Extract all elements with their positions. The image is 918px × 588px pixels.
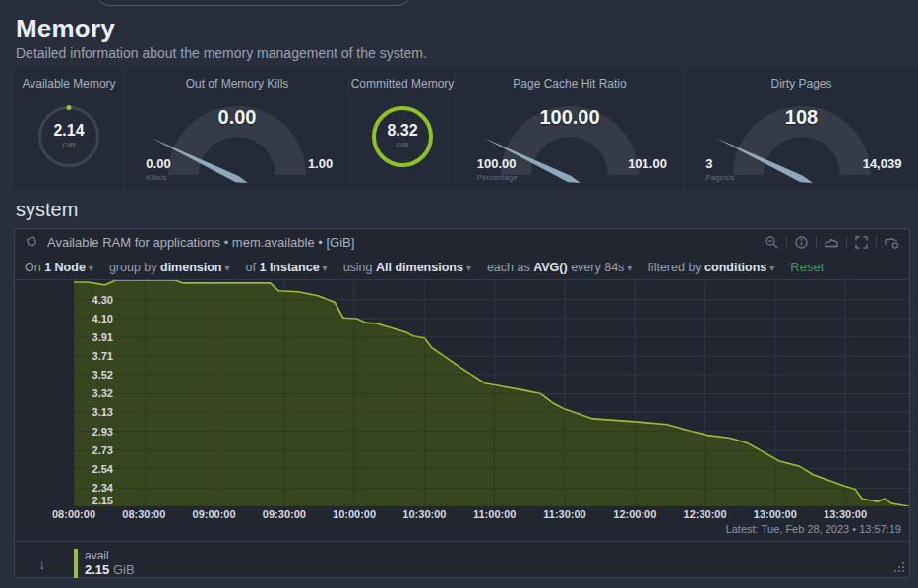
divider <box>786 236 787 248</box>
gauge-value: 100.00 <box>457 106 683 129</box>
gauge-card-page-cache-hit-ratio: Page Cache Hit Ratio 100.00 100.00 101.0… <box>457 69 683 189</box>
legend-item-avail[interactable]: avail 2.15 GiB <box>74 549 135 578</box>
gauge-value: 0.00 <box>126 106 348 129</box>
dimension-value: 2.15 GiB <box>85 562 135 577</box>
sort-dimensions-icon[interactable]: ↓ <box>38 556 52 572</box>
chart-plot-area[interactable]: 4.304.103.913.713.523.323.132.932.732.54… <box>74 280 909 506</box>
gauge-max: 14,039 <box>863 156 902 171</box>
gauge-title: Page Cache Hit Ratio <box>457 69 683 90</box>
x-axis-labels: 08:00:0008:30:0009:00:0009:30:0010:00:00… <box>74 506 909 523</box>
ring-value-dot-icon <box>67 105 72 110</box>
y-axis-tick: 2.93 <box>68 426 113 438</box>
chart-title: Available RAM for applications • mem.ava… <box>47 235 354 250</box>
gauge-unit: GiB <box>41 141 96 149</box>
needle-gauge[interactable]: 100.00 100.00 101.00 Percentage <box>457 90 683 185</box>
x-axis-tick: 13:00:00 <box>754 508 797 520</box>
gauge-unit: Kills/s <box>146 173 166 182</box>
chart-pin-icon <box>25 235 39 249</box>
chart-overlay-icon[interactable] <box>884 235 899 250</box>
x-axis-tick: 09:00:00 <box>193 508 236 520</box>
divider <box>876 236 877 248</box>
gauge-unit: Percentage <box>477 173 518 182</box>
resize-grip[interactable] <box>892 560 906 574</box>
y-axis-tick: 3.52 <box>68 369 113 381</box>
gauge-value: 108 <box>685 106 918 129</box>
chart-header: Available RAM for applications • mem.ava… <box>15 229 909 255</box>
aggregation-dropdown[interactable]: each as AVG() every 84s▾ <box>487 261 632 274</box>
chart-card: Available RAM for applications • mem.ava… <box>14 228 910 578</box>
gauge-title: Committed Memory <box>350 69 455 90</box>
y-axis-tick: 2.15 <box>68 495 113 506</box>
x-axis-tick: 12:00:00 <box>613 508 656 520</box>
info-icon[interactable] <box>794 235 809 250</box>
gauge-title: Out of Memory Kills <box>126 69 348 90</box>
page-title: Memory <box>16 14 115 44</box>
y-axis-tick: 2.73 <box>68 444 113 456</box>
gauge-unit: Pages/s <box>705 173 734 182</box>
needle-gauge[interactable]: 108 3 14,039 Pages/s <box>685 90 918 185</box>
chart-legend: ↓ avail 2.15 GiB <box>15 542 909 578</box>
filter-dropdown[interactable]: filtered by conditions▾ <box>647 261 774 274</box>
divider <box>816 236 817 248</box>
x-axis-tick: 13:30:00 <box>824 508 867 520</box>
search-input[interactable] <box>93 0 413 6</box>
y-axis-tick: 4.30 <box>68 294 113 306</box>
group-by-dropdown[interactable]: group by dimension▾ <box>109 261 230 274</box>
area-chart[interactable] <box>74 280 909 506</box>
x-axis-tick: 12:30:00 <box>684 508 727 520</box>
dimension-color-swatch <box>74 549 78 578</box>
x-axis-tick: 09:30:00 <box>263 508 306 520</box>
ring-gauge[interactable]: 2.14 GiB <box>38 106 99 167</box>
chart-type-icon[interactable] <box>824 235 839 250</box>
ring-gauge[interactable]: 8.32 GiB <box>372 106 433 167</box>
gauge-min: 3 <box>705 156 712 171</box>
chart-header-icons <box>765 235 899 250</box>
x-axis-tick: 10:00:00 <box>333 508 376 520</box>
instances-dropdown[interactable]: of 1 Instance▾ <box>246 261 328 274</box>
reset-button[interactable]: Reset <box>790 260 824 274</box>
gauge-title: Dirty Pages <box>685 69 918 90</box>
gauges-row: Available Memory 2.14 GiB Out of Memory … <box>14 69 918 189</box>
y-axis-tick: 3.32 <box>68 387 113 399</box>
chevron-down-icon: ▾ <box>627 263 632 273</box>
gauge-value: 8.32 <box>376 122 429 140</box>
chevron-down-icon: ▾ <box>466 263 471 273</box>
gauge-title: Available Memory <box>14 69 124 90</box>
x-axis-tick: 08:00:00 <box>52 508 95 520</box>
y-axis-tick: 2.34 <box>68 482 113 494</box>
latest-timestamp: Latest: Tue, Feb 28, 2023 • 13:57:19 <box>15 523 909 538</box>
y-axis-tick: 3.71 <box>68 350 113 362</box>
gauge-min: 0.00 <box>146 156 170 171</box>
page-subtitle: Detailed information about the memory ma… <box>16 45 427 61</box>
gauge-card-available-memory: Available Memory 2.14 GiB <box>14 69 124 189</box>
x-axis-tick: 11:00:00 <box>473 508 516 520</box>
gauge-card-oom-kills: Out of Memory Kills 0.00 0.00 1.00 Kills… <box>126 69 348 189</box>
needle-gauge[interactable]: 0.00 0.00 1.00 Kills/s <box>126 90 348 185</box>
chevron-down-icon: ▾ <box>225 263 230 273</box>
x-axis-tick: 10:30:00 <box>402 508 446 520</box>
section-title: system <box>16 199 78 221</box>
gauge-min: 100.00 <box>477 156 517 171</box>
fullscreen-icon[interactable] <box>854 235 869 250</box>
chart-toolbar: On 1 Node▾ group by dimension▾ of 1 Inst… <box>15 255 909 280</box>
chevron-down-icon: ▾ <box>769 263 774 273</box>
gauge-value: 2.14 <box>41 122 96 140</box>
dimensions-dropdown[interactable]: using All dimensions▾ <box>343 261 471 274</box>
y-axis-tick: 2.54 <box>68 463 113 475</box>
y-axis-tick: 4.10 <box>68 313 113 324</box>
gauge-max: 1.00 <box>308 156 333 171</box>
gauge-card-committed-memory: Committed Memory 8.32 GiB <box>350 69 455 189</box>
zoom-icon[interactable] <box>765 235 779 250</box>
nodes-dropdown[interactable]: On 1 Node▾ <box>25 261 93 274</box>
chevron-down-icon: ▾ <box>323 263 328 273</box>
chevron-down-icon: ▾ <box>89 263 93 273</box>
divider <box>846 236 847 248</box>
y-axis-tick: 3.13 <box>68 406 113 418</box>
y-axis-tick: 3.91 <box>68 331 113 343</box>
x-axis-tick: 08:30:00 <box>122 508 165 520</box>
dimension-name: avail <box>85 550 135 562</box>
gauge-max: 101.00 <box>628 156 667 171</box>
gauge-unit: GiB <box>376 141 429 149</box>
gauge-card-dirty-pages: Dirty Pages 108 3 14,039 Pages/s <box>685 69 918 189</box>
x-axis-tick: 11:30:00 <box>543 508 585 520</box>
